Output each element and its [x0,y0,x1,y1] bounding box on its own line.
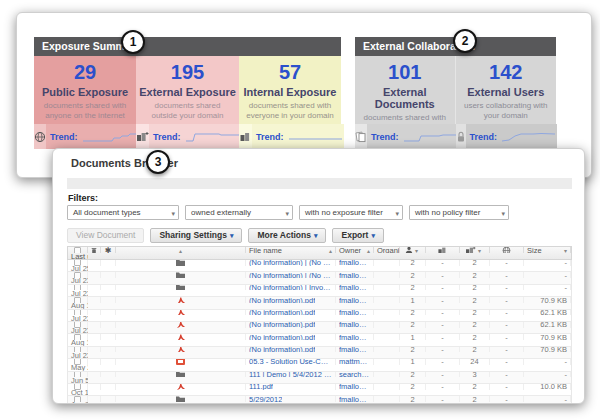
column-owner[interactable]: Owner▴ [336,247,374,253]
owner-link[interactable]: fmalloch@searchexpress.com [339,384,370,390]
column-external-domains[interactable]: ▾ [460,247,490,253]
table-row[interactable]: (No information) | (No information) | (N… [67,272,572,284]
chevron-down-icon: ▾ [501,207,505,220]
file-name-link[interactable]: (No information).pdf [249,322,315,328]
owner-link[interactable]: fmalloch@searchexpress.com [339,347,370,353]
stat-external-users[interactable]: 142 External Users users collaborating w… [456,56,557,149]
public-cell: - [490,297,524,303]
file-name-link[interactable]: (No information) | (No information) | (N… [249,272,332,278]
users-count-cell: 1 [400,334,426,340]
last-update-cell: Jul 23, 2012 [68,352,88,358]
asterisk-icon[interactable]: ✱ [101,247,116,253]
view-document-button[interactable]: View Document [67,228,144,243]
owner-link[interactable]: searchexpress@cccc.edu [339,372,370,378]
table-row[interactable]: (No information).pdf fmalloch@searchexpr… [67,297,572,309]
external-documents-label: External Documents [355,86,455,110]
external-exposure-label: External Exposure [136,86,239,98]
file-name-link[interactable]: (No information).pdf [249,297,315,303]
file-name-link[interactable]: 111 | Demo | 5/4/2012 | Frank [249,372,332,378]
sharing-settings-button[interactable]: Sharing Settings▾ [150,228,242,243]
stat-internal-exposure[interactable]: 57 Internal Exposure documents shared wi… [239,56,341,149]
stat-external-documents[interactable]: 101 External Documents documents shared … [355,56,456,149]
callout-2: 2 [453,29,477,53]
internal-exposure-value: 57 [239,61,341,84]
internal-exposure-label: Internal Exposure [239,86,341,98]
table-row[interactable]: (No information).pdf fmalloch@searchexpr… [67,322,572,334]
chevron-down-icon: ▾ [314,232,318,239]
document-type-filter[interactable]: All document types▾ [67,205,179,220]
external-domains-cell: 2 [460,334,490,340]
owner-link[interactable]: fmalloch@searchexpress.com [339,396,370,402]
table-row[interactable]: 111 | Demo | 5/4/2012 | Frank searchexpr… [67,372,572,384]
last-update-cell: Jun 7, 2012 [68,402,88,404]
trend-label: Trend: [371,132,399,142]
owner-link[interactable]: fmalloch@searchexpress.com [339,285,370,291]
buildings-plus-icon [465,247,476,253]
column-internal-domains[interactable] [426,247,460,253]
owner-link[interactable]: mattmcneill@google.com [339,359,370,365]
column-size[interactable]: Size▾ [524,247,571,253]
column-organization[interactable]: Organization [374,247,400,253]
pdf-icon [176,297,186,303]
file-name-link[interactable]: 111.pdf [249,384,273,390]
column-last-update[interactable]: Last update▾ [68,253,88,259]
external-users-trend[interactable]: Trend: [456,124,557,149]
exposure-filter[interactable]: with no exposure filter▾ [299,205,403,220]
file-name-link[interactable]: (No information).pdf [249,310,315,316]
owner-link[interactable]: fmalloch@searchexpress.com [339,297,370,303]
owner-link[interactable]: fmalloch@searchexpress.com [339,310,370,316]
table-row[interactable]: (No information) | Invoice | 7/23/2012 |… [67,285,572,297]
table-row[interactable]: (No information) | (No information) | (N… [67,260,572,272]
internal-exposure-trend[interactable]: Trend: [239,124,341,149]
ownership-filter[interactable]: owned externally▾ [185,205,293,220]
external-exposure-trend[interactable]: Trend: [136,124,239,149]
last-update-cell: May 2, 2012 [68,365,88,371]
external-documents-value: 101 [355,61,455,84]
users-count-cell: 2 [400,372,426,378]
owner-link[interactable]: fmalloch@searchexpress.com [339,334,370,340]
file-name-link[interactable]: (No information).pdf [249,347,315,353]
table-row[interactable]: 111.pdf fmalloch@searchexpress.com 2 - 2… [67,384,572,396]
public-trend-sparkline [82,131,138,143]
organization-cell [374,322,400,328]
table-row[interactable]: (No information).pdf fmalloch@searchexpr… [67,334,572,346]
export-button[interactable]: Export▾ [332,228,383,243]
last-update-cell: Jul 23, 2012 [68,278,88,284]
table-row[interactable]: 05.3 - Solution Use-Case - Data Security… [67,359,572,371]
folder-icon [175,272,186,278]
stat-external-exposure[interactable]: 195 External Exposure documents shared o… [136,56,239,149]
last-update-cell: Jul 23, 2012 [68,315,88,321]
owner-link[interactable]: fmalloch@searchexpress.com [339,260,370,266]
owner-link[interactable]: fmalloch@searchexpress.com [339,322,370,328]
file-name-link[interactable]: 05.3 - Solution Use-Case - Data Security [249,359,332,365]
last-update-cell: Aug 13, 2012 [68,303,88,309]
size-cell: - [524,359,571,365]
table-row[interactable]: 5/29/2012 fmalloch@searchexpress.com 2 -… [67,396,572,404]
sort-column-header[interactable]: ▴ [116,247,246,253]
table-row[interactable]: (No information).pdf fmalloch@searchexpr… [67,347,572,359]
organization-cell [374,396,400,402]
file-name-link[interactable]: (No information) | Invoice | 7/23/2012 |… [249,285,332,291]
file-name-link[interactable]: (No information).pdf [249,334,315,340]
column-file-name[interactable]: File name▴ [246,247,336,253]
owner-link[interactable]: fmalloch@searchexpress.com [339,272,370,278]
users-count-cell: 2 [400,260,426,266]
folder-icon [175,285,186,291]
public-exposure-trend[interactable]: Trend: [34,124,136,149]
sort-asc-icon: ▴ [329,247,332,253]
trash-icon[interactable] [88,247,101,253]
public-exposure-value: 29 [34,61,136,84]
file-name-link[interactable]: 5/29/2012 [249,396,282,402]
trend-label: Trend: [470,132,498,142]
stat-public-exposure[interactable]: 29 Public Exposure documents shared with… [34,56,136,149]
more-actions-button[interactable]: More Actions▾ [248,228,326,243]
column-users[interactable]: ▾ [400,247,426,253]
table-row[interactable]: (No information).pdf fmalloch@searchexpr… [67,310,572,322]
internal-domains-cell: - [426,347,460,353]
organization-cell [374,347,400,353]
policy-filter[interactable]: with no policy filter▾ [409,205,509,220]
column-public[interactable] [490,247,524,253]
file-name-link[interactable]: (No information) | (No information) | (N… [249,260,332,266]
public-cell: - [490,260,524,266]
external-documents-trend[interactable]: Trend: [355,124,455,149]
